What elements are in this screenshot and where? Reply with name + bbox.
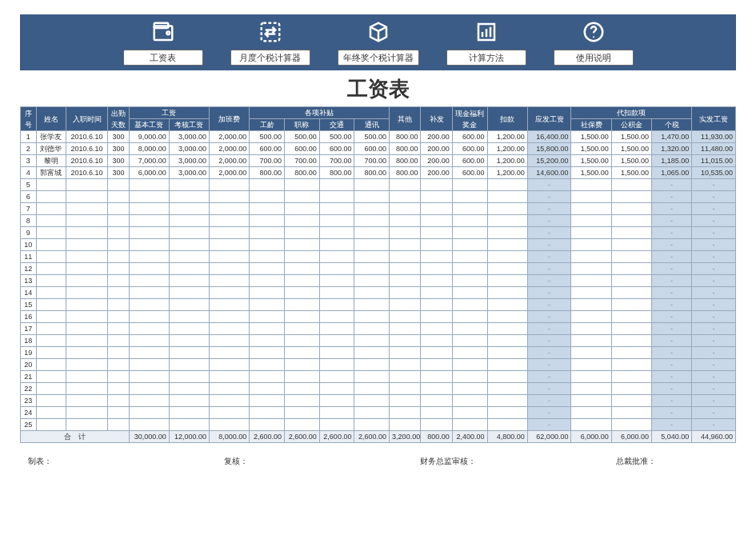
- cell: [210, 371, 250, 383]
- cell: [285, 239, 320, 251]
- cell: [169, 347, 209, 359]
- cell: [571, 275, 611, 287]
- nav-btn-help[interactable]: 使用说明: [554, 50, 634, 66]
- cell: [250, 335, 285, 347]
- hdr-reissue: 补发: [421, 107, 452, 131]
- cell: 700.00: [285, 155, 320, 167]
- cell: [210, 239, 250, 251]
- cell: [421, 179, 452, 191]
- cell: [66, 239, 107, 251]
- nav-item-monthly-tax: 月度个税计算器: [230, 18, 310, 66]
- cell: -: [527, 383, 571, 395]
- cell: [421, 419, 452, 431]
- cell: [390, 215, 421, 227]
- cell: [571, 359, 611, 371]
- cell: -: [692, 179, 736, 191]
- cell: 25: [21, 419, 37, 431]
- cell: [611, 407, 651, 419]
- cell: 600.00: [452, 131, 487, 143]
- cell: -: [692, 419, 736, 431]
- cell: [354, 347, 390, 359]
- cell: [250, 191, 285, 203]
- cell: [250, 383, 285, 395]
- cell: [285, 191, 320, 203]
- nav-btn-bonus-tax[interactable]: 年终奖个税计算器: [338, 50, 419, 66]
- cell: 1,200.00: [487, 155, 527, 167]
- cell: [108, 383, 129, 395]
- cell: 1,470.00: [651, 131, 691, 143]
- hdr-other: 其他: [390, 107, 421, 131]
- cell: [421, 203, 452, 215]
- nav-btn-monthly-tax[interactable]: 月度个税计算器: [230, 50, 310, 66]
- cell: [421, 359, 452, 371]
- cell: [354, 239, 390, 251]
- cell: [452, 359, 487, 371]
- cell: [66, 191, 107, 203]
- cell: 1,200.00: [487, 143, 527, 155]
- cell: 黎明: [36, 155, 66, 167]
- cell: [421, 335, 452, 347]
- cell: [452, 203, 487, 215]
- cell: [250, 275, 285, 287]
- help-icon: [580, 18, 607, 46]
- cell: [390, 335, 421, 347]
- cell: -: [527, 239, 571, 251]
- hdr-join: 入职时间: [66, 107, 107, 131]
- cell: -: [651, 407, 691, 419]
- cell: [421, 347, 452, 359]
- cell: -: [527, 347, 571, 359]
- cell: [108, 287, 129, 299]
- cell: [319, 239, 354, 251]
- cell: [285, 407, 320, 419]
- cell: [285, 215, 320, 227]
- cell: -: [692, 371, 736, 383]
- cell: -: [651, 383, 691, 395]
- cell: [611, 239, 651, 251]
- cell: [421, 239, 452, 251]
- cell: -: [692, 299, 736, 311]
- cell: [129, 347, 169, 359]
- cell: [108, 227, 129, 239]
- cell: -: [527, 227, 571, 239]
- cell: -: [651, 335, 691, 347]
- cell: [210, 191, 250, 203]
- nav-item-method: 计算方法: [446, 18, 526, 66]
- cell: 800.00: [390, 155, 421, 167]
- table-row: 18---: [21, 335, 736, 347]
- sig-reviewer: 复核：: [224, 456, 336, 467]
- cell: [571, 263, 611, 275]
- cell: [285, 311, 320, 323]
- cell: 200.00: [421, 131, 452, 143]
- cell: [452, 335, 487, 347]
- hdr-comm: 通讯: [354, 119, 390, 131]
- cell: [66, 395, 107, 407]
- cell: 郭富城: [36, 167, 66, 179]
- cell: [571, 191, 611, 203]
- cell: [390, 383, 421, 395]
- nav-btn-method[interactable]: 计算方法: [446, 50, 526, 66]
- cell: [108, 299, 129, 311]
- cell: -: [651, 239, 691, 251]
- table-row: 11---: [21, 251, 736, 263]
- cell: [452, 371, 487, 383]
- cell: 13: [21, 275, 37, 287]
- cell: [487, 299, 527, 311]
- cell: [487, 215, 527, 227]
- nav-item-bonus-tax: 年终奖个税计算器: [338, 18, 419, 66]
- cell: 4,800.00: [487, 431, 527, 443]
- cell: [319, 359, 354, 371]
- cell: [210, 215, 250, 227]
- cell: 3,200.00: [390, 431, 421, 443]
- nav-btn-salary[interactable]: 工资表: [123, 50, 203, 66]
- cell: [210, 359, 250, 371]
- cell: 3: [21, 155, 37, 167]
- cell: [452, 287, 487, 299]
- cell: 17: [21, 323, 37, 335]
- cell: [487, 347, 527, 359]
- cell: [354, 335, 390, 347]
- cell: 500.00: [285, 131, 320, 143]
- cell: [169, 419, 209, 431]
- cell: -: [527, 419, 571, 431]
- cell: -: [651, 251, 691, 263]
- cell: [421, 215, 452, 227]
